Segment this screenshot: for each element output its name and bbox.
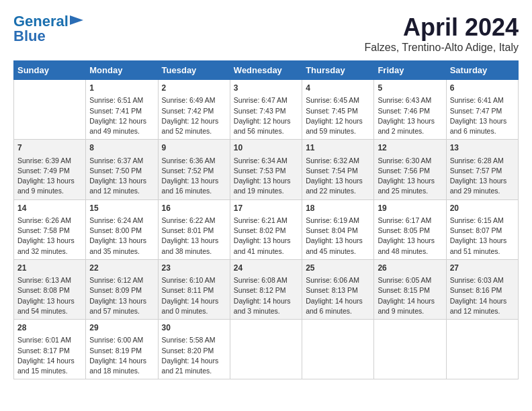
day-number: 14 xyxy=(17,203,82,214)
calendar-cell: 4Sunrise: 6:45 AM Sunset: 7:45 PM Daylig… xyxy=(302,80,374,140)
calendar-cell: 1Sunrise: 6:51 AM Sunset: 7:41 PM Daylig… xyxy=(86,80,158,140)
day-number: 15 xyxy=(89,203,154,214)
day-info: Sunrise: 6:22 AM Sunset: 8:01 PM Dayligh… xyxy=(162,216,226,257)
day-info: Sunrise: 6:36 AM Sunset: 7:52 PM Dayligh… xyxy=(162,156,226,197)
day-number: 28 xyxy=(17,322,82,334)
calendar-cell xyxy=(374,320,446,379)
calendar-cell: 3Sunrise: 6:47 AM Sunset: 7:43 PM Daylig… xyxy=(230,80,302,140)
col-header-sunday: Sunday xyxy=(14,61,86,80)
day-number: 13 xyxy=(450,142,515,154)
day-info: Sunrise: 6:12 AM Sunset: 8:09 PM Dayligh… xyxy=(89,275,154,316)
day-number: 24 xyxy=(234,263,298,274)
calendar-cell: 15Sunrise: 6:24 AM Sunset: 8:00 PM Dayli… xyxy=(86,199,158,259)
day-number: 7 xyxy=(17,142,82,154)
day-number: 26 xyxy=(378,263,442,274)
day-info: Sunrise: 6:39 AM Sunset: 7:49 PM Dayligh… xyxy=(17,156,82,197)
day-number: 23 xyxy=(162,263,226,274)
day-info: Sunrise: 6:43 AM Sunset: 7:46 PM Dayligh… xyxy=(378,95,442,136)
day-info: Sunrise: 6:32 AM Sunset: 7:54 PM Dayligh… xyxy=(306,156,370,197)
day-info: Sunrise: 6:37 AM Sunset: 7:50 PM Dayligh… xyxy=(89,156,154,197)
col-header-saturday: Saturday xyxy=(446,61,518,80)
calendar-cell: 9Sunrise: 6:36 AM Sunset: 7:52 PM Daylig… xyxy=(158,140,230,199)
day-number: 10 xyxy=(234,142,298,154)
calendar-cell: 2Sunrise: 6:49 AM Sunset: 7:42 PM Daylig… xyxy=(158,80,230,140)
calendar-cell: 29Sunrise: 6:00 AM Sunset: 8:19 PM Dayli… xyxy=(86,320,158,379)
col-header-friday: Friday xyxy=(374,61,446,80)
calendar-cell: 16Sunrise: 6:22 AM Sunset: 8:01 PM Dayli… xyxy=(158,199,230,259)
calendar-cell: 26Sunrise: 6:05 AM Sunset: 8:15 PM Dayli… xyxy=(374,259,446,319)
day-number: 20 xyxy=(450,203,515,214)
day-number: 6 xyxy=(450,83,515,94)
calendar-cell: 21Sunrise: 6:13 AM Sunset: 8:08 PM Dayli… xyxy=(14,259,86,319)
calendar-cell: 27Sunrise: 6:03 AM Sunset: 8:16 PM Dayli… xyxy=(446,259,518,319)
calendar-cell: 28Sunrise: 6:01 AM Sunset: 8:17 PM Dayli… xyxy=(14,320,86,379)
day-number: 21 xyxy=(17,263,82,274)
day-number: 1 xyxy=(89,83,154,94)
col-header-thursday: Thursday xyxy=(302,61,374,80)
calendar-cell xyxy=(446,320,518,379)
logo: General Blue xyxy=(13,13,83,44)
day-info: Sunrise: 6:47 AM Sunset: 7:43 PM Dayligh… xyxy=(234,95,298,136)
calendar-cell: 14Sunrise: 6:26 AM Sunset: 7:58 PM Dayli… xyxy=(14,199,86,259)
day-number: 8 xyxy=(89,142,154,154)
day-info: Sunrise: 6:01 AM Sunset: 8:17 PM Dayligh… xyxy=(17,335,82,376)
day-info: Sunrise: 6:10 AM Sunset: 8:11 PM Dayligh… xyxy=(162,275,226,316)
calendar-cell: 7Sunrise: 6:39 AM Sunset: 7:49 PM Daylig… xyxy=(14,140,86,199)
calendar-cell xyxy=(230,320,302,379)
day-number: 4 xyxy=(306,83,370,94)
location-title: Falzes, Trentino-Alto Adige, Italy xyxy=(365,42,519,54)
week-row-3: 14Sunrise: 6:26 AM Sunset: 7:58 PM Dayli… xyxy=(14,199,519,259)
calendar-cell: 24Sunrise: 6:08 AM Sunset: 8:12 PM Dayli… xyxy=(230,259,302,319)
day-number: 29 xyxy=(89,322,154,334)
day-number: 27 xyxy=(450,263,515,274)
calendar-cell: 17Sunrise: 6:21 AM Sunset: 8:02 PM Dayli… xyxy=(230,199,302,259)
day-info: Sunrise: 6:34 AM Sunset: 7:53 PM Dayligh… xyxy=(234,156,298,197)
calendar-cell: 13Sunrise: 6:28 AM Sunset: 7:57 PM Dayli… xyxy=(446,140,518,199)
calendar-cell: 5Sunrise: 6:43 AM Sunset: 7:46 PM Daylig… xyxy=(374,80,446,140)
calendar-cell: 6Sunrise: 6:41 AM Sunset: 7:47 PM Daylig… xyxy=(446,80,518,140)
day-info: Sunrise: 6:15 AM Sunset: 8:07 PM Dayligh… xyxy=(450,216,515,257)
col-header-tuesday: Tuesday xyxy=(158,61,230,80)
week-row-5: 28Sunrise: 6:01 AM Sunset: 8:17 PM Dayli… xyxy=(14,320,519,379)
day-info: Sunrise: 6:17 AM Sunset: 8:05 PM Dayligh… xyxy=(378,216,442,257)
calendar-cell: 12Sunrise: 6:30 AM Sunset: 7:56 PM Dayli… xyxy=(374,140,446,199)
day-info: Sunrise: 6:45 AM Sunset: 7:45 PM Dayligh… xyxy=(306,95,370,136)
calendar-cell: 23Sunrise: 6:10 AM Sunset: 8:11 PM Dayli… xyxy=(158,259,230,319)
day-info: Sunrise: 5:58 AM Sunset: 8:20 PM Dayligh… xyxy=(162,335,226,376)
month-title: April 2024 xyxy=(365,13,519,42)
calendar-cell xyxy=(302,320,374,379)
logo-arrow-icon xyxy=(70,15,83,25)
day-info: Sunrise: 6:28 AM Sunset: 7:57 PM Dayligh… xyxy=(450,156,515,197)
week-row-1: 1Sunrise: 6:51 AM Sunset: 7:41 PM Daylig… xyxy=(14,80,519,140)
calendar-cell: 20Sunrise: 6:15 AM Sunset: 8:07 PM Dayli… xyxy=(446,199,518,259)
calendar-cell xyxy=(14,80,86,140)
day-number: 11 xyxy=(306,142,370,154)
day-number: 17 xyxy=(234,203,298,214)
day-info: Sunrise: 6:30 AM Sunset: 7:56 PM Dayligh… xyxy=(378,156,442,197)
calendar-cell: 10Sunrise: 6:34 AM Sunset: 7:53 PM Dayli… xyxy=(230,140,302,199)
day-number: 2 xyxy=(162,83,226,94)
col-header-wednesday: Wednesday xyxy=(230,61,302,80)
title-block: April 2024 Falzes, Trentino-Alto Adige, … xyxy=(365,13,519,54)
day-number: 18 xyxy=(306,203,370,214)
day-info: Sunrise: 6:24 AM Sunset: 8:00 PM Dayligh… xyxy=(89,216,154,257)
calendar-cell: 11Sunrise: 6:32 AM Sunset: 7:54 PM Dayli… xyxy=(302,140,374,199)
day-info: Sunrise: 6:49 AM Sunset: 7:42 PM Dayligh… xyxy=(162,95,226,136)
svg-marker-0 xyxy=(70,15,83,25)
day-number: 22 xyxy=(89,263,154,274)
calendar-cell: 22Sunrise: 6:12 AM Sunset: 8:09 PM Dayli… xyxy=(86,259,158,319)
calendar-cell: 8Sunrise: 6:37 AM Sunset: 7:50 PM Daylig… xyxy=(86,140,158,199)
day-number: 3 xyxy=(234,83,298,94)
logo-blue: Blue xyxy=(13,28,46,44)
day-number: 9 xyxy=(162,142,226,154)
week-row-2: 7Sunrise: 6:39 AM Sunset: 7:49 PM Daylig… xyxy=(14,140,519,199)
day-number: 30 xyxy=(162,322,226,334)
day-number: 19 xyxy=(378,203,442,214)
day-info: Sunrise: 6:05 AM Sunset: 8:15 PM Dayligh… xyxy=(378,275,442,316)
day-info: Sunrise: 6:26 AM Sunset: 7:58 PM Dayligh… xyxy=(17,216,82,257)
day-info: Sunrise: 6:06 AM Sunset: 8:13 PM Dayligh… xyxy=(306,275,370,316)
page-header: General Blue April 2024 Falzes, Trentino… xyxy=(13,13,519,54)
col-header-monday: Monday xyxy=(86,61,158,80)
calendar-cell: 30Sunrise: 5:58 AM Sunset: 8:20 PM Dayli… xyxy=(158,320,230,379)
header-row: SundayMondayTuesdayWednesdayThursdayFrid… xyxy=(14,61,519,80)
